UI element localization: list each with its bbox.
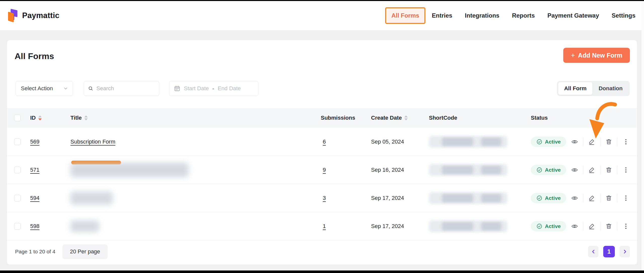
chevron-right-icon	[623, 249, 627, 254]
per-page-selector[interactable]: 20 Per page	[62, 244, 108, 259]
delete-icon[interactable]	[605, 222, 612, 230]
search-field[interactable]	[84, 81, 159, 96]
search-icon	[88, 85, 93, 92]
form-title-link[interactable]: Subscription Form	[70, 139, 115, 145]
column-header-create-date[interactable]: Create Date	[371, 115, 429, 121]
kebab-menu-icon[interactable]	[622, 222, 629, 230]
column-header-id[interactable]: ID	[30, 115, 70, 121]
sort-desc-icon	[38, 118, 42, 120]
form-id-link[interactable]: 571	[30, 167, 39, 173]
start-date-placeholder: Start Date	[184, 85, 209, 92]
kebab-menu-icon[interactable]	[622, 166, 629, 174]
check-circle-icon	[536, 167, 542, 173]
column-header-shortcode: ShortCode	[429, 115, 527, 121]
kebab-menu-icon[interactable]	[622, 194, 629, 202]
table-row: 594 3 Sep 17, 2024 Active	[7, 184, 637, 212]
nav-item-settings[interactable]: Settings	[612, 12, 635, 19]
brand-name: Paymattic	[22, 11, 59, 20]
edit-icon[interactable]	[588, 194, 595, 202]
page-title: All Forms	[15, 51, 54, 61]
add-new-form-button[interactable]: + Add New Form	[563, 48, 630, 63]
main-nav: All Forms Entries Integrations Reports P…	[391, 12, 635, 19]
view-icon[interactable]	[571, 222, 578, 230]
shortcode-redacted	[429, 136, 507, 148]
divider	[600, 166, 600, 174]
submissions-link[interactable]: 9	[323, 167, 326, 173]
paymattic-all-forms-screen: { "header": { "brand": "Paymattic", "nav…	[0, 0, 644, 273]
all-forms-card: All Forms + Add New Form Select Action	[7, 40, 637, 264]
divider	[617, 194, 617, 202]
current-page-button[interactable]: 1	[603, 246, 615, 257]
date-range-separator: -	[212, 85, 214, 92]
nav-item-payment-gateway[interactable]: Payment Gateway	[547, 12, 599, 19]
create-date-value: Sep 17, 2024	[371, 195, 429, 201]
toggle-donation[interactable]: Donation	[593, 82, 628, 95]
select-action-label: Select Action	[21, 85, 53, 92]
form-id-link[interactable]: 569	[30, 139, 39, 145]
nav-item-integrations[interactable]: Integrations	[465, 12, 499, 19]
table-footer: Page 1 to 20 of 4 20 Per page 1	[7, 240, 637, 264]
view-icon[interactable]	[571, 194, 578, 202]
create-date-value: Sep 16, 2024	[371, 167, 429, 173]
check-circle-icon	[536, 223, 542, 229]
next-page-button[interactable]	[620, 246, 630, 257]
view-icon[interactable]	[571, 166, 578, 174]
table-row: 569 Subscription Form 6 Sep 05, 2024 Act…	[7, 128, 637, 156]
row-checkbox[interactable]	[14, 195, 21, 201]
filters-bar: Select Action Start Date - End Date All …	[16, 81, 630, 96]
annotation-arrow	[587, 102, 618, 140]
shortcode-redacted	[429, 192, 507, 204]
form-id-link[interactable]: 598	[30, 223, 39, 230]
sort-icons-create-date	[404, 115, 408, 120]
edit-icon[interactable]	[588, 166, 595, 174]
kebab-menu-icon[interactable]	[622, 138, 629, 146]
view-icon[interactable]	[571, 138, 578, 146]
prev-page-button[interactable]	[588, 246, 598, 257]
divider	[583, 138, 583, 146]
date-range-picker[interactable]: Start Date - End Date	[169, 81, 258, 96]
nav-item-entries[interactable]: Entries	[432, 12, 452, 19]
delete-icon[interactable]	[605, 194, 612, 202]
row-actions	[571, 222, 630, 231]
divider	[617, 166, 617, 174]
check-circle-icon	[536, 139, 542, 145]
delete-icon[interactable]	[605, 166, 612, 174]
scrollbar-track[interactable]	[641, 1, 644, 270]
submissions-link[interactable]: 3	[323, 195, 326, 201]
select-all-checkbox[interactable]	[14, 115, 21, 121]
column-header-submissions: Submissions	[321, 115, 371, 121]
column-header-title[interactable]: Title	[70, 115, 321, 121]
select-action-dropdown[interactable]: Select Action	[16, 81, 73, 96]
status-badge: Active	[531, 165, 566, 175]
calendar-icon	[174, 85, 180, 92]
divider	[600, 222, 600, 231]
nav-item-all-forms[interactable]: All Forms	[385, 7, 426, 24]
submissions-link[interactable]: 1	[323, 223, 326, 230]
nav-item-reports[interactable]: Reports	[512, 12, 535, 19]
row-actions	[571, 194, 630, 202]
toggle-all-form[interactable]: All Form	[558, 82, 592, 95]
check-circle-icon	[536, 195, 542, 201]
divider	[583, 166, 583, 174]
divider	[617, 222, 617, 231]
form-type-toggle: All Form Donation	[557, 81, 630, 96]
shortcode-redacted	[429, 220, 507, 232]
table-row: 571 9 Sep 16, 2024 Active	[7, 156, 637, 184]
row-checkbox[interactable]	[14, 223, 21, 230]
search-input[interactable]	[96, 85, 155, 92]
add-new-form-label: Add New Form	[578, 52, 622, 59]
select-all-cell	[14, 115, 30, 121]
create-date-value: Sep 05, 2024	[371, 139, 429, 145]
chevron-down-icon	[63, 86, 68, 91]
edit-icon[interactable]	[588, 222, 595, 230]
row-checkbox[interactable]	[14, 167, 21, 173]
divider	[583, 222, 583, 231]
sort-desc-icon	[404, 118, 408, 120]
row-checkbox[interactable]	[14, 139, 21, 145]
title-redacted	[70, 220, 99, 232]
form-id-link[interactable]: 594	[30, 195, 39, 201]
divider	[583, 194, 583, 202]
submissions-link[interactable]: 6	[323, 139, 326, 145]
sort-desc-icon	[84, 118, 88, 120]
status-badge: Active	[531, 136, 566, 147]
